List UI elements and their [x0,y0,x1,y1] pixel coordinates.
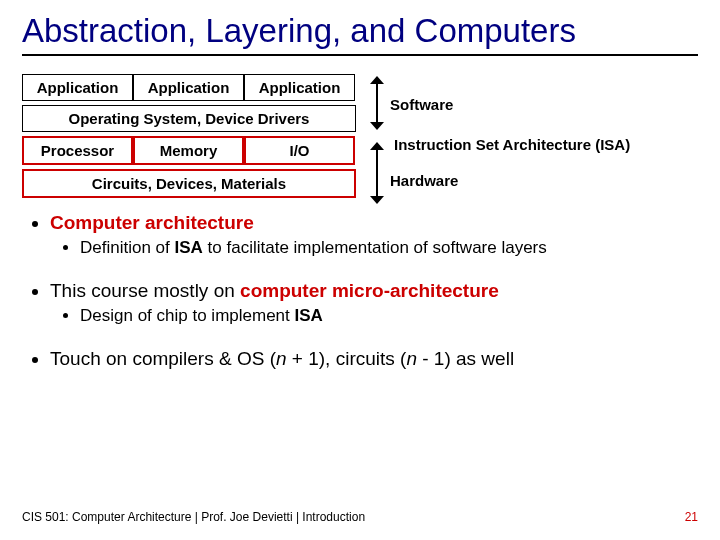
apps-row: Application Application Application [22,74,356,101]
software-arrow-icon [370,76,384,130]
processor-box: Processor [22,136,133,165]
text: Design of chip to implement [80,306,295,325]
text: + 1), circuits ( [287,348,407,369]
memory-box: Memory [133,136,244,165]
bullet-compilers: Touch on compilers & OS (n + 1), circuit… [50,348,698,370]
hw-row: Processor Memory I/O [22,136,356,165]
circuits-box: Circuits, Devices, Materials [22,169,356,198]
hardware-label: Hardware [390,172,458,189]
isa-label: Instruction Set Architecture (ISA) [394,136,630,153]
text-ital: n [406,348,417,369]
text-ital: n [276,348,287,369]
software-label: Software [390,96,453,113]
bullet-arch: Computer architecture Definition of ISA … [50,212,698,258]
text: Definition of [80,238,175,257]
text-bold: ISA [175,238,203,257]
text: to facilitate implementation of software… [203,238,547,257]
page-number: 21 [685,510,698,524]
app-box: Application [244,74,355,101]
footer: CIS 501: Computer Architecture | Prof. J… [22,510,698,524]
os-box: Operating System, Device Drivers [22,105,356,132]
bullet-micro: This course mostly on computer micro-arc… [50,280,698,326]
layer-diagram: Application Application Application Oper… [22,74,698,198]
title-rule [22,54,698,56]
text-bold: computer micro-architecture [240,280,499,301]
text: Touch on compilers & OS ( [50,348,276,369]
text: - 1) as well [417,348,514,369]
bullet-arch-text: Computer architecture [50,212,254,233]
bullet-list: Computer architecture Definition of ISA … [22,212,698,370]
bullet-micro-sub: Design of chip to implement ISA [80,306,698,326]
app-box: Application [133,74,244,101]
footer-text: CIS 501: Computer Architecture | Prof. J… [22,510,365,524]
bullet-arch-sub: Definition of ISA to facilitate implemen… [80,238,698,258]
app-box: Application [22,74,133,101]
slide-title: Abstraction, Layering, and Computers [22,12,698,50]
text: This course mostly on [50,280,240,301]
text-bold: ISA [295,306,323,325]
hardware-arrow-icon [370,142,384,204]
io-box: I/O [244,136,355,165]
layer-stack: Application Application Application Oper… [22,74,356,198]
side-labels: Software Instruction Set Architecture (I… [362,74,698,198]
